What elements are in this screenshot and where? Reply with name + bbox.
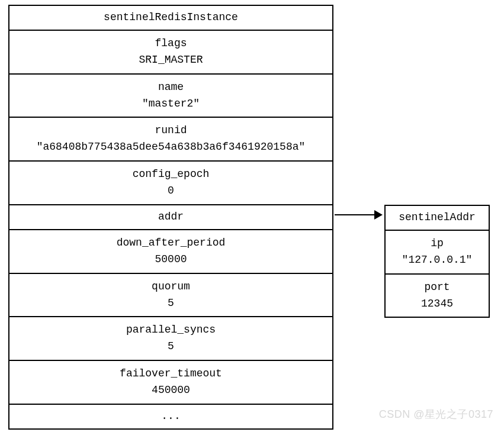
row-value: "a68408b775438a5dee54a638b3a6f3461920158… (12, 139, 330, 156)
addr-title: sentinelAddr (386, 206, 489, 230)
row-label: down_after_period (12, 235, 330, 252)
row-value: 450000 (12, 382, 330, 399)
row-label: parallel_syncs (12, 322, 330, 338)
row-value: "127.0.0.1" (388, 252, 486, 269)
main-title: sentinelRedisInstance (9, 6, 332, 30)
row-label: name (12, 79, 330, 96)
row-ip: ip "127.0.0.1" (386, 230, 489, 273)
row-value: 5 (12, 295, 330, 312)
row-flags: flags SRI_MASTER (9, 30, 332, 73)
row-value: "master2" (12, 96, 330, 112)
row-runid: runid "a68408b775438a5dee54a638b3a6f3461… (9, 117, 332, 160)
row-label: ip (388, 236, 486, 252)
row-value: SRI_MASTER (12, 52, 330, 69)
row-label: failover_timeout (12, 366, 330, 382)
watermark-text: CSDN @星光之子0317 (379, 407, 493, 421)
row-config-epoch: config_epoch 0 (9, 160, 332, 204)
row-label: port (388, 279, 486, 296)
row-label: runid (12, 122, 330, 139)
row-addr: addr (9, 204, 332, 229)
row-label: config_epoch (12, 166, 330, 183)
row-value: 0 (12, 183, 330, 199)
row-value: 50000 (12, 252, 330, 268)
sentinel-redis-instance-table: sentinelRedisInstance flags SRI_MASTER n… (8, 5, 333, 430)
row-port: port 12345 (386, 273, 489, 317)
row-failover-timeout: failover_timeout 450000 (9, 360, 332, 404)
pointer-arrow-head-icon (374, 210, 383, 220)
row-parallel-syncs: parallel_syncs 5 (9, 316, 332, 360)
row-down-after-period: down_after_period 50000 (9, 229, 332, 273)
sentinel-addr-table: sentinelAddr ip "127.0.0.1" port 12345 (384, 205, 490, 318)
row-name: name "master2" (9, 73, 332, 117)
row-label: flags (12, 36, 330, 52)
row-label: addr (12, 209, 330, 225)
pointer-arrow-line (335, 214, 376, 215)
row-quorum: quorum 5 (9, 273, 332, 317)
row-value: 12345 (388, 296, 486, 312)
row-label: ... (12, 408, 330, 425)
row-ellipsis: ... (9, 404, 332, 428)
row-value: 5 (12, 338, 330, 355)
row-label: quorum (12, 279, 330, 295)
